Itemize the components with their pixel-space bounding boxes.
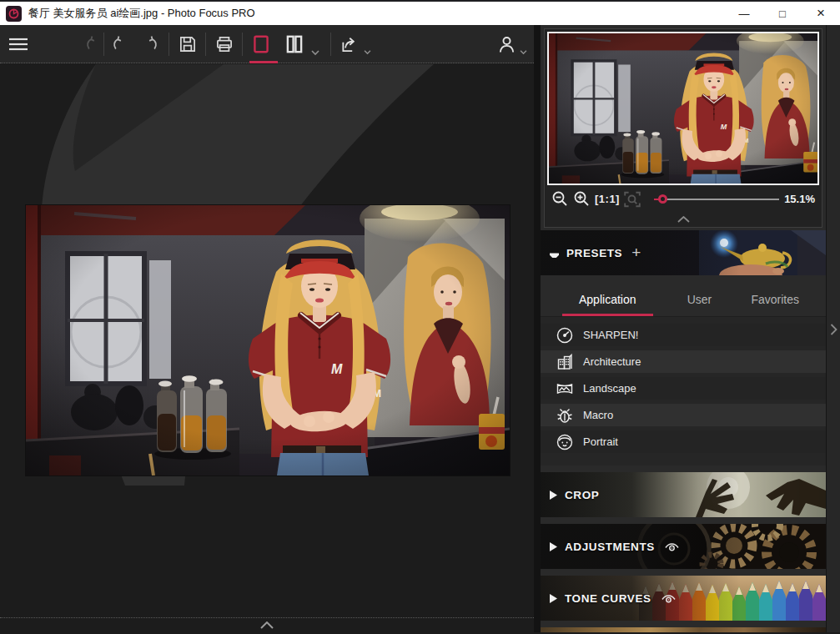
preset-item-sharpen[interactable]: SHARPEN! [541, 324, 826, 346]
portrait-face-icon [555, 432, 574, 451]
maximize-button[interactable]: □ [763, 2, 802, 25]
preset-item-portrait[interactable]: Portrait [541, 430, 826, 453]
editor-column [0, 25, 534, 632]
navigator-collapse-chevron-icon[interactable] [547, 213, 819, 225]
preset-item-landscape[interactable]: Landscape [541, 377, 826, 400]
section-expanded-triangle-icon [550, 249, 559, 258]
filmstrip-collapsed-bar[interactable] [0, 617, 534, 632]
adjustments-visibility-eye-icon[interactable] [664, 541, 680, 552]
buildings-icon [555, 352, 574, 371]
minimize-button[interactable]: — [725, 2, 763, 25]
view-options-chevron-icon[interactable] [311, 42, 319, 63]
preset-item-architecture[interactable]: Architecture [541, 350, 826, 373]
tone-curves-section-header[interactable]: TONE CURVES [541, 576, 826, 621]
right-panel: [1:1] 15.1% P [541, 25, 826, 632]
window-titlebar: 餐厅 美女服务员 ai绘画.jpg - Photo Focus PRO — □ … [0, 0, 840, 25]
presets-title: PRESETS [566, 247, 622, 259]
section-collapsed-triangle-icon [550, 594, 557, 603]
active-view-underline [249, 61, 278, 63]
tone-curves-visibility-eye-icon[interactable] [661, 593, 677, 604]
adjustments-section-header[interactable]: ADJUSTMENTS [541, 524, 826, 569]
print-icon[interactable] [214, 33, 235, 55]
undo-history-icon [83, 33, 103, 55]
tone-curves-title: TONE CURVES [565, 592, 651, 605]
panorama-icon [555, 379, 574, 398]
canvas-area[interactable] [0, 64, 534, 632]
fur-image [541, 627, 826, 632]
toolbar [0, 25, 534, 63]
bug-icon [555, 405, 574, 425]
crop-title: CROP [565, 489, 599, 501]
tab-user[interactable]: User [682, 293, 717, 316]
section-collapsed-triangle-icon [550, 542, 557, 551]
zoom-slider[interactable] [654, 194, 779, 205]
adjustments-title: ADJUSTMENTS [565, 541, 655, 553]
collapse-panel-chevron-icon[interactable] [830, 324, 837, 335]
preset-item-macro[interactable]: Macro [541, 404, 826, 426]
expand-filmstrip-chevron-icon[interactable] [260, 621, 274, 629]
save-icon[interactable] [177, 33, 199, 55]
next-section-partial[interactable] [541, 627, 826, 632]
add-preset-button[interactable]: + [631, 244, 641, 262]
photo-canvas-image[interactable] [26, 205, 510, 476]
gauge-icon [555, 325, 574, 345]
preset-list: SHARPEN! Architecture Landscape [541, 317, 826, 465]
share-chevron-icon[interactable] [364, 42, 371, 63]
fit-screen-icon [623, 190, 641, 209]
menu-icon[interactable] [8, 33, 29, 55]
window-title: 餐厅 美女服务员 ai绘画.jpg - Photo Focus PRO [28, 6, 255, 21]
zoom-percentage: 15.1% [784, 193, 815, 205]
actual-size-button[interactable]: [1:1] [595, 193, 620, 205]
navigator-thumbnail[interactable] [547, 32, 819, 185]
redo-icon[interactable] [140, 33, 160, 55]
tab-application[interactable]: Application [562, 293, 653, 316]
single-view-icon[interactable] [250, 33, 272, 55]
undo-icon[interactable] [110, 33, 130, 55]
tab-favorites[interactable]: Favorites [746, 293, 804, 316]
zoom-controls: [1:1] 15.1% [547, 185, 819, 213]
preset-tabs: Application User Favorites [541, 275, 826, 317]
zoom-in-icon[interactable] [573, 190, 591, 208]
crop-section-header[interactable]: CROP [541, 472, 826, 517]
panel-divider [534, 25, 541, 632]
share-icon[interactable] [339, 33, 361, 55]
zoom-out-icon[interactable] [551, 190, 569, 208]
panel-collapse-rail[interactable] [826, 25, 840, 632]
section-collapsed-triangle-icon [550, 491, 557, 500]
close-button[interactable]: × [802, 2, 840, 25]
presets-section-header[interactable]: PRESETS + [541, 230, 826, 275]
account-icon[interactable] [495, 33, 518, 55]
zoom-slider-handle[interactable] [658, 194, 667, 204]
compare-view-icon[interactable] [284, 33, 305, 55]
app-logo-icon [6, 6, 22, 22]
navigator-panel: [1:1] 15.1% [544, 28, 822, 228]
account-chevron-icon[interactable] [520, 42, 527, 63]
